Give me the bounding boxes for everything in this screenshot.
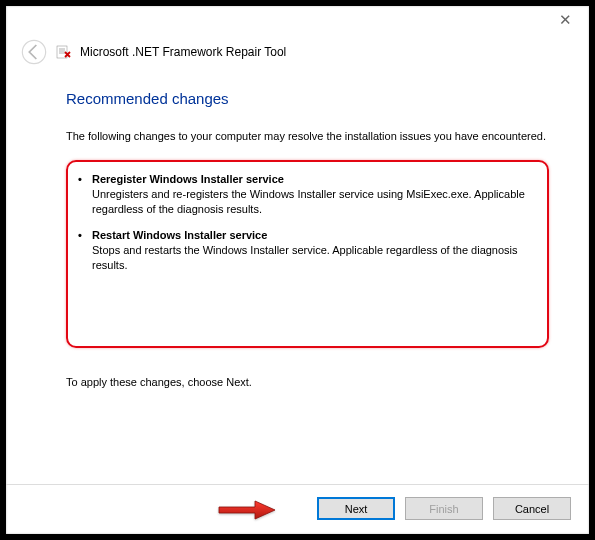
svg-point-0 [22, 40, 45, 63]
back-button[interactable] [20, 38, 48, 66]
window-title: Microsoft .NET Framework Repair Tool [80, 45, 286, 59]
content-area: Recommended changes The following change… [6, 68, 589, 484]
app-icon [56, 44, 72, 60]
back-arrow-icon [20, 38, 48, 66]
cancel-button[interactable]: Cancel [493, 497, 571, 520]
bullet-icon: • [74, 228, 86, 273]
finish-button: Finish [405, 497, 483, 520]
page-heading: Recommended changes [66, 90, 549, 107]
dialog-window: ✕ Microsoft .NET Framework Repair Tool R… [6, 6, 589, 534]
annotation-arrow [217, 499, 277, 521]
bullet-icon: • [74, 172, 86, 217]
titlebar: ✕ [6, 6, 589, 34]
apply-note: To apply these changes, choose Next. [66, 376, 549, 388]
screenshot-frame: ✕ Microsoft .NET Framework Repair Tool R… [0, 0, 595, 540]
intro-text: The following changes to your computer m… [66, 129, 549, 144]
change-title: Restart Windows Installer service [92, 228, 533, 243]
list-item: • Restart Windows Installer service Stop… [74, 228, 533, 273]
change-description: Unregisters and re-registers the Windows… [92, 188, 525, 215]
next-button[interactable]: Next [317, 497, 395, 520]
changes-list: • Reregister Windows Installer service U… [66, 160, 549, 348]
change-description: Stops and restarts the Windows Installer… [92, 244, 518, 271]
list-item: • Reregister Windows Installer service U… [74, 172, 533, 217]
button-bar: Next Finish Cancel [6, 484, 589, 534]
header-row: Microsoft .NET Framework Repair Tool [6, 34, 589, 68]
change-title: Reregister Windows Installer service [92, 172, 533, 187]
close-button[interactable]: ✕ [545, 11, 585, 29]
